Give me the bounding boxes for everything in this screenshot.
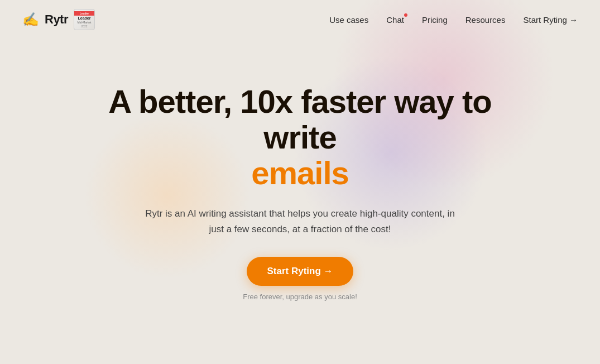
hero-title: A better, 10x faster way to write emails <box>77 84 524 190</box>
hero-free-label: Free forever, upgrade as you scale! <box>243 293 357 301</box>
badge-mid-label: Leader <box>78 16 91 21</box>
navbar-left: ✍️ Rytr Leader Leader Mid-Market 2022 <box>22 9 95 30</box>
badge-top-label: Leader <box>74 11 94 16</box>
logo-text: Rytr <box>45 12 68 27</box>
navbar: ✍️ Rytr Leader Leader Mid-Market 2022 Us… <box>0 0 600 39</box>
hero-title-line1: A better, 10x faster way to write <box>108 83 491 155</box>
hero-cta-button[interactable]: Start Ryting → <box>247 257 353 286</box>
chat-dot-indicator <box>404 13 407 17</box>
navbar-right: Use cases Chat Pricing Resources Start R… <box>329 15 578 25</box>
nav-pricing[interactable]: Pricing <box>422 15 448 25</box>
badge-year-label: 2022 <box>81 25 87 28</box>
logo-icon: ✍️ <box>22 13 39 26</box>
leader-badge: Leader Leader Mid-Market 2022 <box>74 9 95 30</box>
nav-use-cases[interactable]: Use cases <box>329 15 368 25</box>
nav-resources[interactable]: Resources <box>465 15 506 25</box>
hero-section: A better, 10x faster way to write emails… <box>0 39 600 301</box>
hero-subtitle: Rytr is an AI writing assistant that hel… <box>144 206 457 236</box>
nav-chat-label: Chat <box>386 15 404 25</box>
nav-chat[interactable]: Chat <box>386 15 404 25</box>
nav-start-ryting[interactable]: Start Ryting → <box>523 15 578 25</box>
page-wrapper: ✍️ Rytr Leader Leader Mid-Market 2022 Us… <box>0 0 600 364</box>
hero-title-highlight: emails <box>251 155 349 191</box>
